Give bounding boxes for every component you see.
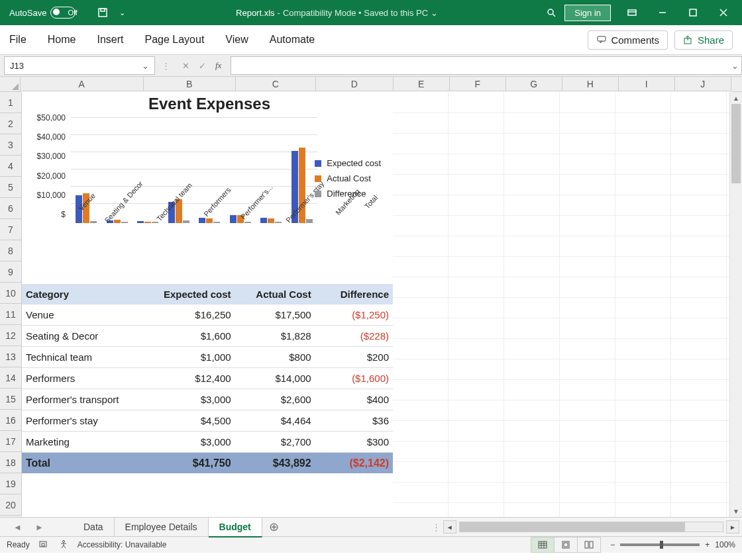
maximize-icon[interactable] xyxy=(678,3,708,23)
table-row[interactable]: Performers$12,400$14,000($1,600) xyxy=(22,368,393,389)
row-header[interactable]: 15 xyxy=(0,389,22,410)
table-row[interactable]: Technical team$1,000$800$200 xyxy=(22,347,393,368)
view-pagebreak-icon[interactable] xyxy=(577,537,601,553)
row-header[interactable]: 1 xyxy=(0,92,22,113)
customize-qat-icon[interactable]: ⌄ xyxy=(116,6,129,19)
zoom-control[interactable]: − + 100% xyxy=(610,540,735,549)
cancel-icon[interactable]: ✕ xyxy=(182,61,189,71)
sign-in-button[interactable]: Sign in xyxy=(564,5,611,21)
table-row[interactable]: Performer's transport$3,000$2,600$400 xyxy=(22,389,393,410)
column-header[interactable]: H xyxy=(562,77,619,91)
tab-home[interactable]: Home xyxy=(48,34,76,46)
qat-grip-icon[interactable]: ⋮ xyxy=(159,61,173,71)
name-box[interactable]: J13 ⌄ xyxy=(4,56,155,75)
close-icon[interactable] xyxy=(709,3,738,23)
minimize-icon[interactable] xyxy=(648,3,677,23)
column-header[interactable]: F xyxy=(450,77,506,91)
enter-icon[interactable]: ✓ xyxy=(199,61,206,71)
macro-record-icon[interactable] xyxy=(39,539,50,551)
row-header[interactable]: 14 xyxy=(0,367,22,389)
sheet-tab[interactable]: Budget xyxy=(209,518,262,537)
tab-file[interactable]: File xyxy=(9,34,26,46)
cell-difference: $36 xyxy=(315,415,393,426)
row-header[interactable]: 13 xyxy=(0,346,22,367)
table-row[interactable]: Performer's stay$4,500$4,464$36 xyxy=(22,410,393,432)
cells-area[interactable]: Event Expenses $50,000$40,000$30,000$20,… xyxy=(22,92,729,517)
scroll-down-icon[interactable]: ▼ xyxy=(730,505,742,517)
legend-item: Difference xyxy=(315,189,381,199)
table-row[interactable]: Marketing$3,000$2,700$300 xyxy=(22,432,393,453)
view-normal-icon[interactable] xyxy=(531,537,555,553)
row-header[interactable]: 7 xyxy=(0,219,22,240)
ribbon-display-icon[interactable] xyxy=(617,3,647,23)
row-header[interactable]: 12 xyxy=(0,325,22,346)
row-header[interactable]: 9 xyxy=(0,261,22,283)
formula-expand-icon[interactable]: ⌄ xyxy=(728,56,742,75)
tab-pagelayout[interactable]: Page Layout xyxy=(144,34,204,46)
column-header[interactable]: I xyxy=(619,77,675,91)
row-header[interactable]: 20 xyxy=(0,494,22,516)
row-header[interactable]: 5 xyxy=(0,177,22,198)
table-row[interactable]: Seating & Decor$1,600$1,828($228) xyxy=(22,326,393,347)
column-header[interactable]: B xyxy=(144,77,236,91)
zoom-out-icon[interactable]: − xyxy=(610,540,615,549)
cell-category: Performer's stay xyxy=(22,415,141,426)
status-ready: Ready xyxy=(7,540,30,549)
sheet-tab-bar: ◄ ► DataEmployee DetailsBudget ⊕ ⋮ ◄ ► xyxy=(0,517,742,536)
view-pagelayout-icon[interactable] xyxy=(554,537,578,553)
chart-object[interactable]: Event Expenses $50,000$40,000$30,000$20,… xyxy=(26,93,393,279)
vertical-scrollbar[interactable]: ▲ ▼ xyxy=(729,92,742,517)
hscroll-thumb[interactable] xyxy=(460,522,685,532)
row-header[interactable]: 3 xyxy=(0,134,22,156)
row-header[interactable]: 4 xyxy=(0,156,22,177)
fx-icon[interactable]: fx xyxy=(215,60,221,71)
share-button[interactable]: Share xyxy=(674,30,733,50)
y-tick-label: $40,000 xyxy=(28,132,66,142)
comments-button[interactable]: Comments xyxy=(588,30,668,50)
horizontal-scrollbar[interactable]: ◄ ► xyxy=(441,520,742,534)
column-header[interactable]: C xyxy=(236,77,316,91)
scroll-up-icon[interactable]: ▲ xyxy=(730,92,742,104)
column-header[interactable]: G xyxy=(506,77,562,91)
scroll-thumb[interactable] xyxy=(731,104,741,183)
hscroll-right-icon[interactable]: ► xyxy=(726,520,739,534)
sheet-nav-next-icon[interactable]: ► xyxy=(35,522,44,532)
title-chevron-icon[interactable]: ⌄ xyxy=(431,8,438,18)
sheet-tab[interactable]: Employee Details xyxy=(115,518,209,536)
tab-automate[interactable]: Automate xyxy=(270,34,315,46)
row-header[interactable]: 2 xyxy=(0,113,22,134)
tab-view[interactable]: View xyxy=(225,34,248,46)
row-header[interactable]: 8 xyxy=(0,240,22,261)
row-header[interactable]: 19 xyxy=(0,473,22,494)
tab-split-grip-icon[interactable]: ⋮ xyxy=(432,522,441,532)
formula-input[interactable] xyxy=(231,56,728,75)
row-header[interactable]: 6 xyxy=(0,198,22,219)
autosave-toggle[interactable]: AutoSave Off xyxy=(9,7,89,19)
column-header[interactable]: E xyxy=(394,77,450,91)
search-icon[interactable] xyxy=(545,6,558,19)
tab-insert[interactable]: Insert xyxy=(97,34,123,46)
column-headers[interactable]: ABCDEFGHIJ xyxy=(21,77,731,91)
y-tick-label: $10,000 xyxy=(28,191,66,200)
save-icon[interactable] xyxy=(96,6,109,19)
column-header[interactable]: D xyxy=(316,77,394,91)
hscroll-left-icon[interactable]: ◄ xyxy=(443,520,456,534)
row-header[interactable]: 10 xyxy=(0,283,22,304)
row-header[interactable]: 11 xyxy=(0,304,22,325)
zoom-in-icon[interactable]: + xyxy=(705,540,710,549)
sheet-tab[interactable]: Data xyxy=(73,518,115,536)
row-header[interactable]: 17 xyxy=(0,431,22,452)
column-header[interactable]: J xyxy=(675,77,731,91)
data-table[interactable]: Category Expected cost Actual Cost Diffe… xyxy=(22,284,393,473)
row-header[interactable]: 16 xyxy=(0,410,22,431)
sheet-nav-prev-icon[interactable]: ◄ xyxy=(13,522,22,532)
select-all-button[interactable] xyxy=(0,77,21,92)
add-sheet-button[interactable]: ⊕ xyxy=(262,520,286,534)
row-headers[interactable]: 1234567891011121314151617181920 xyxy=(0,92,22,517)
row-header[interactable]: 18 xyxy=(0,452,22,473)
column-header[interactable]: A xyxy=(21,77,144,91)
accessibility-icon[interactable] xyxy=(59,539,68,551)
zoom-slider[interactable] xyxy=(620,543,700,546)
name-box-chevron-icon[interactable]: ⌄ xyxy=(142,61,149,71)
table-row[interactable]: Venue$16,250$17,500($1,250) xyxy=(22,304,393,326)
